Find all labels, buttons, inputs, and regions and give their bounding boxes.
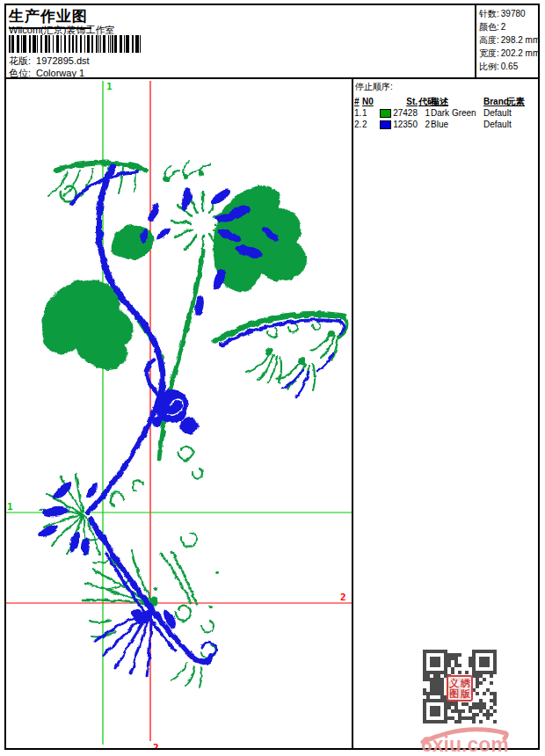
row2-description: Blue [431,119,483,130]
row1-description: Dark Green [431,107,483,119]
col-code: 代码 [418,96,431,107]
stop-sequence-panel: 停止顺序: # N0 St. 代码 描述 Brand 元素 1. 1 27428… [352,79,538,748]
row1-code: 1 [418,107,431,119]
embroidery-artwork [36,162,346,687]
scale-row: 比例:0.65 [479,60,538,73]
row2-seq: 2. [354,119,362,130]
pattern-label: 花版: [9,55,31,66]
row2-needle: 2 [362,119,380,130]
stamp-char: 义 [448,678,460,688]
stop-sequence-heading: 停止顺序: [355,81,538,93]
barcode [9,35,142,53]
row1-seq: 1. [354,107,362,119]
qr-code: 义 绣 图 版 [423,650,497,723]
stop-sequence-table: # N0 St. 代码 描述 Brand 元素 1. 1 27428 1 Dar… [354,96,538,130]
end-marker-bottom: 2 [153,742,159,748]
height-row: 高度:298.2 mm [479,33,538,47]
start-marker-top: 1 [106,81,113,92]
row1-needle: 1 [362,107,380,119]
pattern-field: 花版:1972895.dst [9,55,90,68]
color-count-row: 颜色:2 [479,20,538,33]
stamp-char: 版 [460,688,471,699]
pattern-value: 1972895.dst [36,55,90,66]
end-marker-right: 2 [340,592,346,603]
width-row: 宽度:202.2 mm [479,47,538,60]
red-stamp: 义 绣 图 版 [447,675,473,701]
site-watermark: 6xiu.com [419,723,516,756]
col-n0: N0 [362,96,380,107]
row1-stitches: 27428 [392,107,418,119]
row2-color-swatch [380,120,391,129]
col-brand: Brand [483,96,507,107]
watermark-text: 6xiu.com [421,733,509,756]
worksheet-page: 生产作业图 Wilcom(汇京)装饰工作室 花版:1972895.dst 色位:… [4,4,540,750]
row1-color-swatch [380,109,391,118]
row2-code: 2 [418,119,431,130]
stamp-char: 绣 [460,678,471,688]
row2-stitches: 12350 [392,119,418,130]
row2-element [507,119,538,130]
stitch-count-row: 针数:39780 [479,7,538,20]
stamp-char: 图 [448,688,460,699]
design-canvas: 1 1 2 2 [6,79,352,748]
row1-brand: Default [483,107,507,119]
col-element: 元素 [507,96,538,107]
colorway-value: Colorway 1 [36,68,84,78]
start-marker-left: 1 [7,501,13,512]
col-num: # [354,96,362,107]
header: 生产作业图 Wilcom(汇京)装饰工作室 花版:1972895.dst 色位:… [6,5,538,79]
col-desc: 描述 [431,96,483,107]
colorway-field: 色位:Colorway 1 [9,67,84,80]
row1-element [507,107,538,119]
row2-brand: Default [483,119,507,130]
col-st: St. [392,96,418,107]
colorway-label: 色位: [9,68,31,78]
design-info-box: 针数:39780 颜色:2 高度:298.2 mm 宽度:202.2 mm 比例… [475,5,538,77]
